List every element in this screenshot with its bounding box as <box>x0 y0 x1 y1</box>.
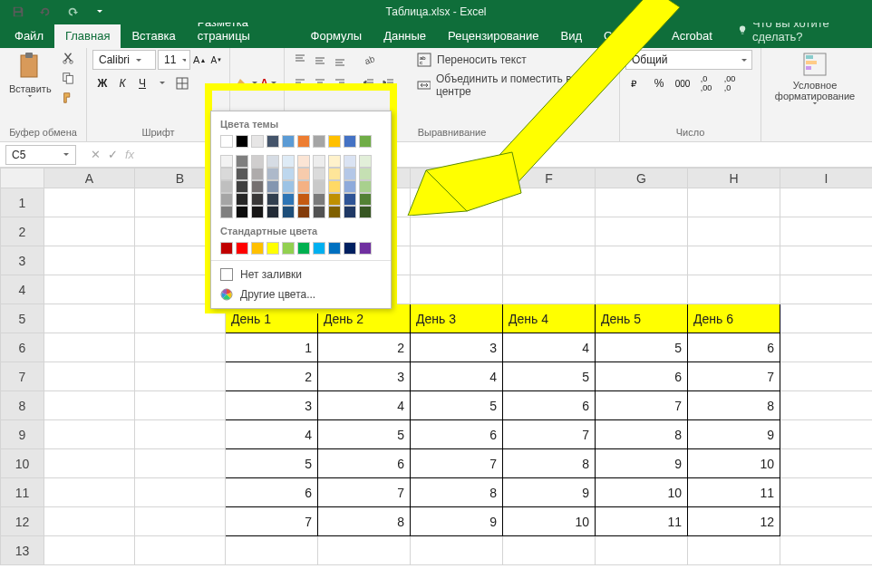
font-color-button[interactable]: A <box>259 73 269 93</box>
color-swatch[interactable] <box>236 180 248 193</box>
column-header[interactable]: F <box>503 169 596 188</box>
border-button[interactable] <box>172 73 192 93</box>
cell[interactable]: День 4 <box>503 304 596 333</box>
color-swatch[interactable] <box>282 206 295 218</box>
cell[interactable] <box>688 536 780 565</box>
cell[interactable]: 8 <box>503 449 596 478</box>
tab-insert[interactable]: Вставка <box>121 24 186 48</box>
color-swatch[interactable] <box>251 180 264 193</box>
color-swatch[interactable] <box>297 193 310 206</box>
cell[interactable] <box>44 333 135 362</box>
select-all-corner[interactable] <box>1 169 44 188</box>
color-swatch[interactable] <box>328 168 341 180</box>
color-swatch[interactable] <box>297 168 310 180</box>
color-swatch[interactable] <box>251 135 264 148</box>
cell[interactable]: 7 <box>503 420 596 449</box>
redo-icon[interactable] <box>63 4 82 20</box>
cell[interactable] <box>44 391 135 420</box>
align-center-icon[interactable] <box>310 73 330 93</box>
cell[interactable]: 3 <box>411 333 503 362</box>
cell[interactable] <box>596 275 688 304</box>
cell[interactable]: 3 <box>318 362 411 391</box>
align-left-icon[interactable] <box>290 73 310 93</box>
cell[interactable]: 10 <box>596 478 688 507</box>
save-icon[interactable] <box>9 4 27 20</box>
tab-acrobat[interactable]: Acrobat <box>661 24 723 48</box>
color-swatch[interactable] <box>313 168 325 180</box>
color-swatch[interactable] <box>236 242 248 255</box>
copy-icon[interactable] <box>59 70 77 86</box>
qat-dropdown-icon[interactable] <box>91 4 109 20</box>
percent-format-icon[interactable]: % <box>649 73 669 93</box>
color-swatch[interactable] <box>297 155 310 168</box>
row-header[interactable]: 3 <box>1 246 44 275</box>
cell[interactable] <box>44 246 135 275</box>
color-swatch[interactable] <box>220 206 233 218</box>
color-swatch[interactable] <box>266 180 279 193</box>
number-format-select[interactable]: Общий <box>625 50 752 70</box>
cell[interactable] <box>44 275 135 304</box>
cell[interactable] <box>503 188 596 217</box>
cell[interactable]: 11 <box>596 507 688 536</box>
cell[interactable] <box>780 217 873 246</box>
cell[interactable] <box>44 188 135 217</box>
color-swatch[interactable] <box>359 155 372 168</box>
comma-format-icon[interactable]: 000 <box>673 73 693 93</box>
accounting-format-icon[interactable]: ₽ <box>625 73 645 93</box>
cell[interactable]: День 5 <box>596 304 688 333</box>
color-swatch[interactable] <box>297 242 310 255</box>
color-swatch[interactable] <box>266 242 279 255</box>
more-colors-item[interactable]: Другие цвета... <box>220 284 382 304</box>
cell[interactable]: 9 <box>411 507 503 536</box>
cell[interactable]: 6 <box>503 391 596 420</box>
cancel-formula-icon[interactable]: ✕ <box>91 148 101 161</box>
cell[interactable] <box>688 217 780 246</box>
cell[interactable]: 4 <box>503 333 596 362</box>
cell[interactable] <box>688 188 780 217</box>
color-swatch[interactable] <box>328 180 341 193</box>
align-right-icon[interactable] <box>330 73 350 93</box>
color-swatch[interactable] <box>328 242 341 255</box>
cell[interactable] <box>318 536 411 565</box>
cell[interactable] <box>411 217 503 246</box>
color-swatch[interactable] <box>282 155 295 168</box>
cell[interactable]: 4 <box>411 362 503 391</box>
color-swatch[interactable] <box>344 168 356 180</box>
column-header[interactable]: E <box>411 169 503 188</box>
color-swatch[interactable] <box>313 180 325 193</box>
color-swatch[interactable] <box>220 135 233 148</box>
color-swatch[interactable] <box>328 193 341 206</box>
color-swatch[interactable] <box>313 155 325 168</box>
cell[interactable] <box>44 478 135 507</box>
color-swatch[interactable] <box>359 168 372 180</box>
cell[interactable] <box>780 449 873 478</box>
cell[interactable] <box>780 536 873 565</box>
increase-indent-icon[interactable] <box>379 73 399 93</box>
cell[interactable]: 8 <box>318 507 411 536</box>
color-swatch[interactable] <box>359 206 372 218</box>
cell[interactable]: 6 <box>411 420 503 449</box>
color-swatch[interactable] <box>297 135 310 148</box>
cell[interactable] <box>135 362 226 391</box>
color-swatch[interactable] <box>328 155 341 168</box>
row-header[interactable]: 10 <box>1 449 44 478</box>
enter-formula-icon[interactable]: ✓ <box>108 148 118 161</box>
cell[interactable] <box>226 536 318 565</box>
color-swatch[interactable] <box>344 206 356 218</box>
row-header[interactable]: 8 <box>1 391 44 420</box>
color-swatch[interactable] <box>266 135 279 148</box>
column-header[interactable]: G <box>596 169 688 188</box>
font-color-dropdown[interactable] <box>269 73 278 93</box>
cell[interactable]: 9 <box>503 478 596 507</box>
cell[interactable] <box>596 188 688 217</box>
cell[interactable] <box>780 420 873 449</box>
cell[interactable]: 7 <box>318 478 411 507</box>
cell[interactable]: 1 <box>226 333 318 362</box>
cell[interactable] <box>503 536 596 565</box>
row-header[interactable]: 5 <box>1 304 44 333</box>
cell[interactable] <box>780 362 873 391</box>
cell[interactable] <box>780 391 873 420</box>
color-swatch[interactable] <box>328 135 341 148</box>
cell[interactable]: 6 <box>596 362 688 391</box>
cell[interactable] <box>135 333 226 362</box>
